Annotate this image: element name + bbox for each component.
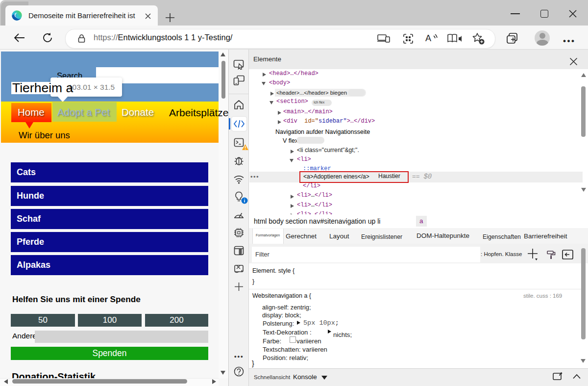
svg-text:A: A xyxy=(425,33,431,43)
